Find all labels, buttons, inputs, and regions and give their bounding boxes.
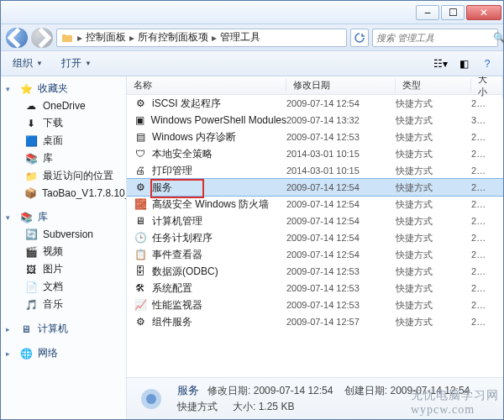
sidebar-favorites-head[interactable]: ▾⭐收藏夹 — [1, 80, 126, 97]
item-icon: 📄 — [24, 281, 38, 294]
chevron-right-icon: ▸ — [212, 32, 217, 44]
table-row[interactable]: ⚙服务2009-07-14 12:54快捷方式2 KB — [127, 179, 503, 196]
sidebar-item[interactable]: 🎵音乐 — [1, 296, 126, 313]
file-icon: ⚙ — [134, 315, 147, 328]
table-row[interactable]: 🛡本地安全策略2014-03-01 10:15快捷方式2 KB — [127, 145, 503, 162]
sidebar-computer[interactable]: ▸🖥计算机 — [1, 320, 126, 338]
sidebar-item[interactable]: 🖼图片 — [1, 260, 126, 278]
breadcrumb-item[interactable]: 控制面板 — [86, 30, 126, 45]
item-icon: 📦 — [24, 186, 37, 200]
preview-pane-button[interactable]: ◧ — [454, 55, 473, 73]
table-row[interactable]: 🛠系统配置2009-07-14 12:53快捷方式2 KB — [127, 280, 503, 297]
item-icon: 🖼 — [24, 263, 38, 276]
minimize-button[interactable]: – — [416, 5, 439, 20]
organize-button[interactable]: 组织▼ — [8, 54, 48, 73]
file-icon: ⚙ — [134, 97, 147, 110]
sidebar[interactable]: ▾⭐收藏夹 ☁OneDrive⬇下载🟦桌面📚库📁最近访问的位置📦TaoBao_V… — [1, 76, 127, 419]
expand-icon: ▸ — [6, 349, 14, 358]
sidebar-item[interactable]: 📚库 — [1, 150, 126, 167]
table-row[interactable]: 🧱高级安全 Windows 防火墙2009-07-14 12:54快捷方式2 K… — [127, 196, 503, 213]
table-row[interactable]: ▤Windows 内存诊断2009-07-14 12:53快捷方式2 KB — [127, 129, 503, 145]
chevron-right-icon: ▸ — [77, 32, 82, 44]
sidebar-item[interactable]: 📁最近访问的位置 — [1, 167, 126, 185]
body: ▾⭐收藏夹 ☁OneDrive⬇下载🟦桌面📚库📁最近访问的位置📦TaoBao_V… — [1, 76, 503, 419]
svg-point-1 — [146, 394, 156, 404]
details-name: 服务 — [177, 384, 199, 396]
help-button[interactable]: ? — [478, 55, 496, 73]
library-icon: 📚 — [19, 211, 33, 224]
file-pane: 名称 修改日期 类型 大小 ⚙iSCSI 发起程序2009-07-14 12:5… — [127, 76, 503, 419]
sidebar-item[interactable]: 🔄Subversion — [1, 226, 126, 243]
details-icon — [135, 383, 167, 415]
open-button[interactable]: 打开▼ — [56, 54, 97, 73]
col-name[interactable]: 名称 — [127, 79, 286, 92]
file-icon: 🧱 — [134, 197, 147, 211]
file-icon: 📋 — [134, 248, 147, 261]
toolbar: 组织▼ 打开▼ ☷▾ ◧ ? — [1, 51, 503, 76]
chevron-down-icon: ▾ — [443, 58, 448, 70]
table-row[interactable]: 📈性能监视器2009-07-14 12:53快捷方式2 KB — [127, 297, 503, 313]
back-button[interactable] — [6, 28, 28, 48]
column-headers: 名称 修改日期 类型 大小 — [127, 76, 503, 95]
sidebar-item[interactable]: ⬇下载 — [1, 114, 126, 132]
search-input[interactable] — [376, 33, 493, 43]
sidebar-item[interactable]: ☁OneDrive — [1, 97, 126, 114]
forward-button[interactable] — [31, 28, 53, 48]
item-icon: 🟦 — [24, 134, 38, 148]
view-button[interactable]: ☷▾ — [431, 55, 449, 73]
item-icon: 🎬 — [24, 245, 38, 259]
table-row[interactable]: ⚙组件服务2009-07-14 12:57快捷方式2 KB — [127, 313, 503, 330]
table-row[interactable]: 🗄数据源(ODBC)2009-07-14 12:53快捷方式2 KB — [127, 263, 503, 280]
computer-icon: 🖥 — [19, 323, 33, 336]
breadcrumb-item[interactable]: 所有控制面板项 — [138, 30, 208, 45]
sidebar-item[interactable]: 📄文档 — [1, 278, 126, 296]
sidebar-item[interactable]: 📦TaoBao_V1.7.8.10_... — [1, 185, 126, 202]
refresh-button[interactable] — [350, 29, 369, 47]
file-icon: 🗄 — [134, 265, 147, 278]
sidebar-item[interactable]: 🎬视频 — [1, 243, 126, 260]
item-icon: 📚 — [24, 152, 38, 165]
table-row[interactable]: ▣Windows PowerShell Modules2009-07-14 13… — [127, 112, 503, 129]
sidebar-libraries-head[interactable]: ▾📚库 — [1, 208, 126, 226]
file-icon: ⚙ — [134, 181, 147, 194]
maximize-button[interactable]: ☐ — [441, 5, 465, 20]
navbar: ▸ 控制面板 ▸ 所有控制面板项 ▸ 管理工具 🔍 — [1, 24, 503, 51]
file-icon: 🖥 — [134, 214, 147, 228]
sidebar-network[interactable]: ▸🌐网络 — [1, 344, 126, 362]
details-pane: 服务 修改日期: 2009-07-14 12:54 创建日期: 2009-07-… — [127, 377, 503, 419]
chevron-right-icon: ▸ — [129, 32, 134, 44]
chevron-down-icon: ▼ — [36, 60, 43, 67]
network-icon: 🌐 — [19, 347, 33, 360]
item-icon: 🔄 — [24, 228, 38, 241]
collapse-icon: ▾ — [6, 85, 14, 93]
file-icon: ▣ — [134, 113, 146, 127]
breadcrumb[interactable]: ▸ 控制面板 ▸ 所有控制面板项 ▸ 管理工具 — [56, 29, 347, 47]
item-icon: ☁ — [24, 99, 38, 113]
chevron-down-icon: ▼ — [85, 60, 92, 67]
file-icon: 🕒 — [134, 231, 147, 244]
table-row[interactable]: 🖥计算机管理2009-07-14 12:54快捷方式2 KB — [127, 213, 503, 229]
table-row[interactable]: 🖨打印管理2014-03-01 10:15快捷方式2 KB — [127, 162, 503, 179]
collapse-icon: ▾ — [6, 213, 14, 222]
table-row[interactable]: ⚙iSCSI 发起程序2009-07-14 12:54快捷方式2 KB — [127, 95, 503, 112]
breadcrumb-item[interactable]: 管理工具 — [220, 30, 260, 45]
col-type[interactable]: 类型 — [396, 79, 471, 92]
file-icon: 📈 — [134, 298, 147, 312]
file-list[interactable]: ⚙iSCSI 发起程序2009-07-14 12:54快捷方式2 KB▣Wind… — [127, 95, 503, 377]
folder-icon — [60, 31, 74, 45]
search-icon: 🔍 — [493, 32, 504, 44]
item-icon: 🎵 — [24, 298, 38, 312]
close-icon: ✕ — [480, 7, 488, 18]
search-box[interactable]: 🔍 — [372, 29, 498, 47]
table-row[interactable]: 📋事件查看器2009-07-14 12:54快捷方式2 KB — [127, 246, 503, 263]
titlebar: – ☐ ✕ — [1, 1, 503, 24]
col-date[interactable]: 修改日期 — [286, 79, 396, 92]
sidebar-item[interactable]: 🟦桌面 — [1, 132, 126, 150]
close-button[interactable]: ✕ — [466, 5, 501, 20]
file-icon: 🖨 — [134, 164, 147, 177]
table-row[interactable]: 🕒任务计划程序2009-07-14 12:54快捷方式2 KB — [127, 229, 503, 246]
item-icon: 📁 — [24, 170, 38, 183]
expand-icon: ▸ — [6, 325, 14, 333]
item-icon: ⬇ — [24, 117, 38, 130]
minimize-icon: – — [425, 7, 431, 18]
